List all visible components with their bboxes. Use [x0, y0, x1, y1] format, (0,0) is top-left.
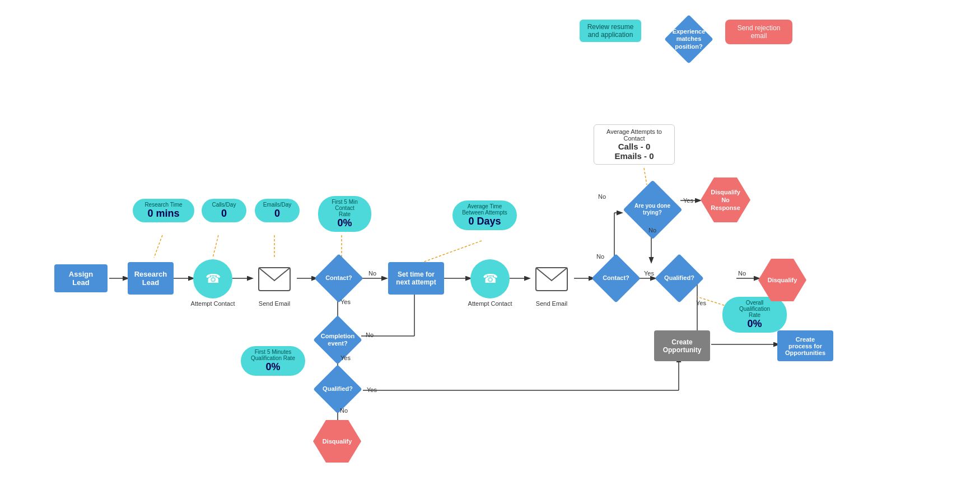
flow-label-no7: No: [738, 270, 746, 277]
send-email-2-node[interactable]: [529, 259, 574, 298]
set-time-node[interactable]: Set time for next attempt: [388, 262, 444, 295]
stat-first5-qual: First 5 Minutes Qualification Rate 0%: [241, 346, 305, 376]
send-email-2-label: Send Email: [529, 300, 574, 307]
attempt-contact-1-node[interactable]: ☎: [193, 259, 232, 298]
flow-label-no6: No: [598, 193, 606, 200]
legend-red: Send rejection email: [725, 20, 792, 44]
flow-label-no1: No: [368, 270, 376, 277]
legend-blue-diamond: Experience matches position?: [666, 17, 711, 62]
stat-first5-contact: First 5 Min Contact Rate 0%: [318, 196, 371, 232]
send-email-1-node[interactable]: [252, 259, 297, 298]
flow-label-no2: No: [366, 332, 374, 338]
create-process-node[interactable]: Create process for Opportunities: [777, 330, 833, 361]
flow-label-no5: No: [648, 227, 656, 234]
flow-label-no4: No: [596, 253, 604, 260]
stat-avg-attempts: Average Attempts to Contact Calls - 0 Em…: [594, 124, 675, 165]
legend-blue-label: Experience matches position?: [666, 28, 711, 50]
contact-diamond-1[interactable]: Contact?: [314, 258, 364, 299]
flow-label-yes6: Yes: [696, 300, 706, 306]
legend-cyan: Review resume and application: [580, 20, 641, 42]
research-lead-node[interactable]: Research Lead: [128, 262, 174, 295]
stat-avg-time: Average Time Between Attempts 0 Days: [452, 200, 517, 230]
flow-label-yes5: Yes: [683, 197, 693, 204]
contact-diamond-2[interactable]: Contact?: [591, 258, 641, 299]
attempt-contact-2-node[interactable]: ☎: [470, 259, 510, 298]
attempt-contact-1-label: Attempt Contact: [185, 300, 241, 307]
qualified-diamond-2[interactable]: Qualified?: [654, 258, 704, 299]
svg-line-29: [644, 168, 647, 185]
attempt-contact-2-label: Attempt Contact: [462, 300, 518, 307]
assign-lead-node[interactable]: Assign Lead: [54, 264, 108, 292]
stat-emails-per-day: Emails/Day 0: [255, 199, 300, 222]
disqualify-1-hex[interactable]: Disqualify: [312, 419, 362, 464]
completion-event-diamond[interactable]: Completion event?: [312, 319, 363, 361]
svg-line-24: [154, 235, 162, 258]
send-email-1-label: Send Email: [252, 300, 297, 307]
stat-calls-per-day: Calls/Day 0: [202, 199, 246, 222]
flow-label-yes3: Yes: [367, 386, 377, 393]
disqualify-2-hex[interactable]: Disqualify: [757, 258, 808, 302]
qualified-diamond-1[interactable]: Qualified?: [312, 368, 363, 410]
stat-research-time: Research Time 0 mins: [133, 199, 194, 222]
flow-label-yes2: Yes: [340, 354, 351, 361]
flow-label-yes4: Yes: [644, 270, 654, 277]
flow-label-no3: No: [340, 407, 348, 414]
disqualify-no-response-hex[interactable]: Disqualify No Response: [699, 176, 752, 223]
svg-line-25: [213, 235, 218, 258]
flow-label-yes1: Yes: [340, 298, 351, 305]
svg-line-28: [420, 241, 482, 263]
create-opportunity-node[interactable]: Create Opportunity: [654, 330, 710, 361]
